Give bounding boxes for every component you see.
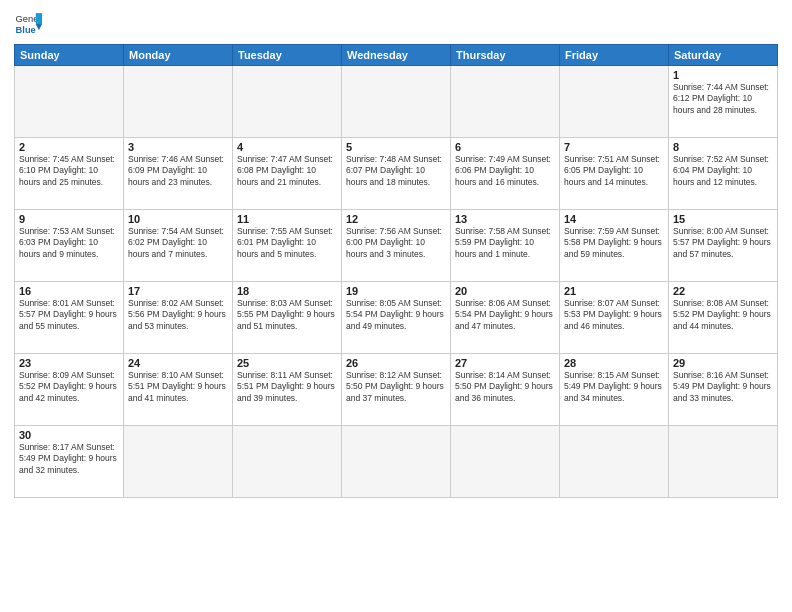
day-info: Sunrise: 7:45 AM Sunset: 6:10 PM Dayligh… (19, 154, 119, 188)
calendar-day-cell (233, 66, 342, 138)
day-info: Sunrise: 7:48 AM Sunset: 6:07 PM Dayligh… (346, 154, 446, 188)
day-info: Sunrise: 8:02 AM Sunset: 5:56 PM Dayligh… (128, 298, 228, 332)
calendar-day-cell: 16Sunrise: 8:01 AM Sunset: 5:57 PM Dayli… (15, 282, 124, 354)
day-info: Sunrise: 7:56 AM Sunset: 6:00 PM Dayligh… (346, 226, 446, 260)
calendar-day-cell: 28Sunrise: 8:15 AM Sunset: 5:49 PM Dayli… (560, 354, 669, 426)
day-number: 15 (673, 213, 773, 225)
calendar-day-cell: 11Sunrise: 7:55 AM Sunset: 6:01 PM Dayli… (233, 210, 342, 282)
day-info: Sunrise: 8:14 AM Sunset: 5:50 PM Dayligh… (455, 370, 555, 404)
calendar-day-cell: 2Sunrise: 7:45 AM Sunset: 6:10 PM Daylig… (15, 138, 124, 210)
day-info: Sunrise: 7:47 AM Sunset: 6:08 PM Dayligh… (237, 154, 337, 188)
calendar-page: General Blue SundayMondayTuesdayWednesda… (0, 0, 792, 612)
svg-marker-3 (36, 24, 42, 30)
calendar-day-cell: 25Sunrise: 8:11 AM Sunset: 5:51 PM Dayli… (233, 354, 342, 426)
day-info: Sunrise: 8:11 AM Sunset: 5:51 PM Dayligh… (237, 370, 337, 404)
calendar-day-cell: 14Sunrise: 7:59 AM Sunset: 5:58 PM Dayli… (560, 210, 669, 282)
day-info: Sunrise: 8:06 AM Sunset: 5:54 PM Dayligh… (455, 298, 555, 332)
day-number: 9 (19, 213, 119, 225)
calendar-day-cell: 20Sunrise: 8:06 AM Sunset: 5:54 PM Dayli… (451, 282, 560, 354)
calendar-day-cell (124, 66, 233, 138)
weekday-header-friday: Friday (560, 45, 669, 66)
day-info: Sunrise: 7:49 AM Sunset: 6:06 PM Dayligh… (455, 154, 555, 188)
day-number: 7 (564, 141, 664, 153)
day-info: Sunrise: 8:08 AM Sunset: 5:52 PM Dayligh… (673, 298, 773, 332)
day-info: Sunrise: 7:55 AM Sunset: 6:01 PM Dayligh… (237, 226, 337, 260)
calendar-day-cell: 12Sunrise: 7:56 AM Sunset: 6:00 PM Dayli… (342, 210, 451, 282)
calendar-day-cell: 26Sunrise: 8:12 AM Sunset: 5:50 PM Dayli… (342, 354, 451, 426)
weekday-header-monday: Monday (124, 45, 233, 66)
calendar-day-cell: 6Sunrise: 7:49 AM Sunset: 6:06 PM Daylig… (451, 138, 560, 210)
weekday-header-sunday: Sunday (15, 45, 124, 66)
calendar-day-cell: 4Sunrise: 7:47 AM Sunset: 6:08 PM Daylig… (233, 138, 342, 210)
calendar-day-cell (560, 66, 669, 138)
day-info: Sunrise: 8:03 AM Sunset: 5:55 PM Dayligh… (237, 298, 337, 332)
day-info: Sunrise: 8:09 AM Sunset: 5:52 PM Dayligh… (19, 370, 119, 404)
day-number: 6 (455, 141, 555, 153)
day-number: 16 (19, 285, 119, 297)
calendar-day-cell: 9Sunrise: 7:53 AM Sunset: 6:03 PM Daylig… (15, 210, 124, 282)
day-number: 30 (19, 429, 119, 441)
day-info: Sunrise: 8:01 AM Sunset: 5:57 PM Dayligh… (19, 298, 119, 332)
logo: General Blue (14, 10, 42, 38)
calendar-week-row: 9Sunrise: 7:53 AM Sunset: 6:03 PM Daylig… (15, 210, 778, 282)
calendar-day-cell: 3Sunrise: 7:46 AM Sunset: 6:09 PM Daylig… (124, 138, 233, 210)
weekday-header-row: SundayMondayTuesdayWednesdayThursdayFrid… (15, 45, 778, 66)
calendar-week-row: 2Sunrise: 7:45 AM Sunset: 6:10 PM Daylig… (15, 138, 778, 210)
day-info: Sunrise: 8:16 AM Sunset: 5:49 PM Dayligh… (673, 370, 773, 404)
calendar-week-row: 30Sunrise: 8:17 AM Sunset: 5:49 PM Dayli… (15, 426, 778, 498)
day-info: Sunrise: 8:10 AM Sunset: 5:51 PM Dayligh… (128, 370, 228, 404)
weekday-header-wednesday: Wednesday (342, 45, 451, 66)
calendar-day-cell (342, 66, 451, 138)
day-number: 2 (19, 141, 119, 153)
day-number: 10 (128, 213, 228, 225)
calendar-day-cell: 5Sunrise: 7:48 AM Sunset: 6:07 PM Daylig… (342, 138, 451, 210)
day-number: 26 (346, 357, 446, 369)
calendar-day-cell: 30Sunrise: 8:17 AM Sunset: 5:49 PM Dayli… (15, 426, 124, 498)
day-number: 13 (455, 213, 555, 225)
day-number: 21 (564, 285, 664, 297)
calendar-day-cell: 24Sunrise: 8:10 AM Sunset: 5:51 PM Dayli… (124, 354, 233, 426)
day-info: Sunrise: 7:46 AM Sunset: 6:09 PM Dayligh… (128, 154, 228, 188)
calendar-day-cell: 15Sunrise: 8:00 AM Sunset: 5:57 PM Dayli… (669, 210, 778, 282)
calendar-day-cell: 19Sunrise: 8:05 AM Sunset: 5:54 PM Dayli… (342, 282, 451, 354)
day-info: Sunrise: 7:58 AM Sunset: 5:59 PM Dayligh… (455, 226, 555, 260)
day-info: Sunrise: 7:54 AM Sunset: 6:02 PM Dayligh… (128, 226, 228, 260)
calendar-day-cell: 29Sunrise: 8:16 AM Sunset: 5:49 PM Dayli… (669, 354, 778, 426)
day-number: 3 (128, 141, 228, 153)
day-number: 20 (455, 285, 555, 297)
calendar-day-cell: 22Sunrise: 8:08 AM Sunset: 5:52 PM Dayli… (669, 282, 778, 354)
day-info: Sunrise: 7:52 AM Sunset: 6:04 PM Dayligh… (673, 154, 773, 188)
day-number: 12 (346, 213, 446, 225)
header: General Blue (14, 10, 778, 38)
calendar-day-cell (233, 426, 342, 498)
calendar-day-cell (451, 66, 560, 138)
day-info: Sunrise: 7:53 AM Sunset: 6:03 PM Dayligh… (19, 226, 119, 260)
calendar-day-cell: 8Sunrise: 7:52 AM Sunset: 6:04 PM Daylig… (669, 138, 778, 210)
day-info: Sunrise: 7:44 AM Sunset: 6:12 PM Dayligh… (673, 82, 773, 116)
day-info: Sunrise: 8:00 AM Sunset: 5:57 PM Dayligh… (673, 226, 773, 260)
day-number: 22 (673, 285, 773, 297)
calendar-day-cell (560, 426, 669, 498)
day-info: Sunrise: 8:12 AM Sunset: 5:50 PM Dayligh… (346, 370, 446, 404)
calendar-day-cell (124, 426, 233, 498)
day-number: 18 (237, 285, 337, 297)
calendar-day-cell (669, 426, 778, 498)
weekday-header-saturday: Saturday (669, 45, 778, 66)
calendar-day-cell (342, 426, 451, 498)
day-info: Sunrise: 7:59 AM Sunset: 5:58 PM Dayligh… (564, 226, 664, 260)
calendar-day-cell: 1Sunrise: 7:44 AM Sunset: 6:12 PM Daylig… (669, 66, 778, 138)
svg-text:Blue: Blue (16, 25, 36, 35)
day-number: 8 (673, 141, 773, 153)
day-number: 28 (564, 357, 664, 369)
calendar-week-row: 1Sunrise: 7:44 AM Sunset: 6:12 PM Daylig… (15, 66, 778, 138)
calendar-day-cell (451, 426, 560, 498)
day-info: Sunrise: 8:05 AM Sunset: 5:54 PM Dayligh… (346, 298, 446, 332)
calendar-week-row: 16Sunrise: 8:01 AM Sunset: 5:57 PM Dayli… (15, 282, 778, 354)
day-info: Sunrise: 8:07 AM Sunset: 5:53 PM Dayligh… (564, 298, 664, 332)
day-number: 4 (237, 141, 337, 153)
day-number: 5 (346, 141, 446, 153)
day-number: 19 (346, 285, 446, 297)
calendar-table: SundayMondayTuesdayWednesdayThursdayFrid… (14, 44, 778, 498)
day-number: 25 (237, 357, 337, 369)
calendar-day-cell: 13Sunrise: 7:58 AM Sunset: 5:59 PM Dayli… (451, 210, 560, 282)
